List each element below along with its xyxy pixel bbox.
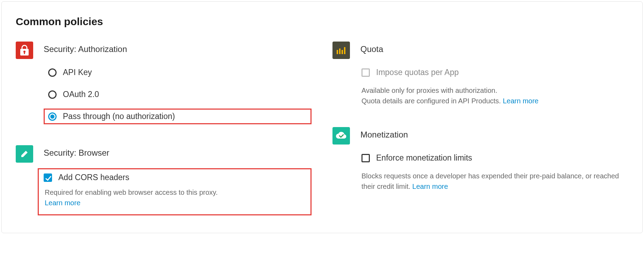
cloud-check-icon — [332, 127, 350, 145]
security-browser-title: Security: Browser — [44, 145, 312, 158]
radio-mark-icon — [48, 112, 57, 121]
monetization-block: Monetization Enforce monetization limits… — [332, 127, 628, 192]
radio-api-key[interactable]: API Key — [44, 65, 312, 80]
quota-block: Quota Impose quotas per App Available on… — [332, 42, 628, 106]
checkbox-mark-icon — [44, 173, 52, 182]
radio-label: OAuth 2.0 — [63, 90, 99, 99]
section-title: Common policies — [16, 16, 628, 28]
monetization-learn-more-link[interactable]: Learn more — [412, 183, 448, 190]
left-column: Security: Authorization API Key OAuth 2.… — [16, 42, 312, 215]
svg-rect-3 — [337, 50, 338, 54]
security-authorization-options: API Key OAuth 2.0 Pass through (no autho… — [44, 65, 312, 124]
monetization-desc-text: Blocks requests once a developer has exp… — [361, 172, 619, 190]
svg-rect-6 — [344, 47, 345, 54]
quota-title: Quota — [360, 42, 628, 54]
svg-rect-4 — [339, 49, 341, 54]
monetization-description: Blocks requests once a developer has exp… — [361, 171, 628, 192]
quota-description: Available only for proxies with authoriz… — [361, 85, 628, 106]
cors-learn-more-link[interactable]: Learn more — [45, 199, 80, 207]
quota-learn-more-link[interactable]: Learn more — [503, 97, 539, 105]
cors-desc-text: Required for enabling web browser access… — [45, 188, 218, 196]
svg-rect-5 — [342, 50, 343, 54]
columns: Security: Authorization API Key OAuth 2.… — [16, 42, 628, 215]
monetization-title: Monetization — [360, 127, 628, 140]
radio-label: API Key — [63, 68, 92, 77]
cors-highlight-box: Add CORS headers Required for enabling w… — [38, 168, 312, 215]
lock-icon — [16, 42, 33, 59]
radio-pass-through[interactable]: Pass through (no authorization) — [44, 109, 312, 124]
monetization-content: Monetization Enforce monetization limits… — [360, 127, 628, 192]
svg-rect-2 — [24, 52, 25, 54]
security-authorization-block: Security: Authorization API Key OAuth 2.… — [16, 42, 312, 124]
security-authorization-content: Security: Authorization API Key OAuth 2.… — [44, 42, 312, 124]
checkbox-enforce-monetization[interactable]: Enforce monetization limits — [360, 150, 628, 166]
quota-desc-line2: Quota details are configured in API Prod… — [361, 97, 501, 105]
quota-desc-line1: Available only for proxies with authoriz… — [361, 87, 497, 94]
checkbox-impose-quotas[interactable]: Impose quotas per App — [360, 65, 628, 80]
radio-oauth[interactable]: OAuth 2.0 — [44, 87, 312, 102]
checkbox-label: Enforce monetization limits — [376, 153, 472, 163]
checkbox-add-cors[interactable]: Add CORS headers — [44, 173, 306, 182]
checkbox-mark-icon — [361, 68, 370, 77]
radio-mark-icon — [48, 68, 57, 77]
security-browser-content: Security: Browser Add CORS headers Requi… — [44, 145, 312, 215]
security-authorization-title: Security: Authorization — [44, 42, 312, 54]
radio-mark-icon — [48, 90, 57, 99]
bars-icon — [332, 42, 350, 59]
checkbox-label: Impose quotas per App — [376, 68, 459, 77]
common-policies-panel: Common policies Security: Authorization — [1, 1, 643, 233]
quota-content: Quota Impose quotas per App Available on… — [360, 42, 628, 106]
checkbox-label: Add CORS headers — [58, 173, 129, 182]
cors-description: Required for enabling web browser access… — [45, 187, 306, 208]
radio-label: Pass through (no authorization) — [63, 112, 175, 121]
right-column: Quota Impose quotas per App Available on… — [332, 42, 628, 215]
checkbox-mark-icon — [361, 154, 370, 162]
security-browser-block: Security: Browser Add CORS headers Requi… — [16, 145, 312, 215]
pencil-icon — [16, 145, 33, 163]
